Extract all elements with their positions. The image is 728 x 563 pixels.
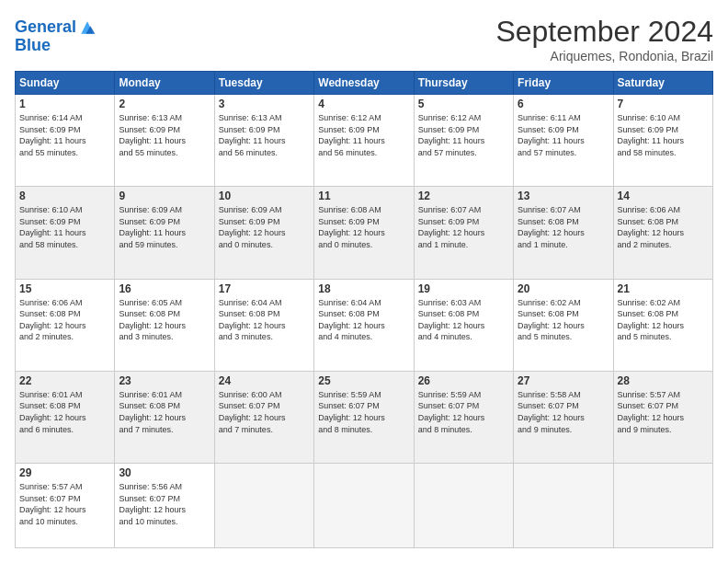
calendar-body: 1Sunrise: 6:14 AM Sunset: 6:09 PM Daylig… (16, 95, 713, 548)
calendar-cell (414, 464, 513, 548)
calendar-cell: 6Sunrise: 6:11 AM Sunset: 6:09 PM Daylig… (514, 95, 613, 187)
calendar-week-5: 29Sunrise: 5:57 AM Sunset: 6:07 PM Dayli… (16, 464, 713, 548)
calendar-cell: 25Sunrise: 5:59 AM Sunset: 6:07 PM Dayli… (314, 371, 414, 463)
title-section: September 2024 Ariquemes, Rondonia, Braz… (495, 15, 713, 63)
day-number: 9 (119, 190, 210, 202)
calendar-cell: 16Sunrise: 6:05 AM Sunset: 6:08 PM Dayli… (115, 279, 214, 371)
day-info: Sunrise: 5:56 AM Sunset: 6:07 PM Dayligh… (119, 481, 210, 527)
day-number: 13 (518, 190, 609, 202)
day-info: Sunrise: 6:04 AM Sunset: 6:08 PM Dayligh… (219, 297, 310, 343)
day-info: Sunrise: 6:08 AM Sunset: 6:09 PM Dayligh… (318, 204, 409, 250)
calendar-cell: 17Sunrise: 6:04 AM Sunset: 6:08 PM Dayli… (214, 279, 313, 371)
header: General Blue September 2024 Ariquemes, R… (15, 15, 713, 63)
calendar-cell: 1Sunrise: 6:14 AM Sunset: 6:09 PM Daylig… (16, 95, 115, 187)
day-number: 18 (318, 282, 409, 295)
calendar-cell: 15Sunrise: 6:06 AM Sunset: 6:08 PM Dayli… (16, 279, 115, 371)
logo: General Blue (15, 18, 97, 55)
day-info: Sunrise: 6:01 AM Sunset: 6:08 PM Dayligh… (19, 389, 110, 435)
calendar-week-4: 22Sunrise: 6:01 AM Sunset: 6:08 PM Dayli… (16, 371, 713, 463)
calendar-cell: 29Sunrise: 5:57 AM Sunset: 6:07 PM Dayli… (16, 464, 115, 548)
logo-text: General (15, 18, 76, 37)
day-info: Sunrise: 5:59 AM Sunset: 6:07 PM Dayligh… (318, 389, 409, 435)
calendar-cell: 4Sunrise: 6:12 AM Sunset: 6:09 PM Daylig… (314, 95, 414, 187)
header-row: Sunday Monday Tuesday Wednesday Thursday… (16, 72, 713, 95)
page: General Blue September 2024 Ariquemes, R… (0, 0, 728, 563)
col-monday: Monday (115, 72, 214, 95)
day-number: 12 (418, 190, 509, 202)
day-info: Sunrise: 6:01 AM Sunset: 6:08 PM Dayligh… (119, 389, 210, 435)
day-info: Sunrise: 6:03 AM Sunset: 6:08 PM Dayligh… (418, 297, 509, 343)
day-info: Sunrise: 6:13 AM Sunset: 6:09 PM Dayligh… (219, 112, 310, 158)
day-info: Sunrise: 6:05 AM Sunset: 6:08 PM Dayligh… (119, 297, 210, 343)
day-number: 30 (119, 466, 210, 479)
day-number: 7 (618, 98, 709, 110)
day-info: Sunrise: 6:14 AM Sunset: 6:09 PM Dayligh… (19, 112, 110, 158)
calendar-cell: 26Sunrise: 5:59 AM Sunset: 6:07 PM Dayli… (414, 371, 513, 463)
day-info: Sunrise: 5:57 AM Sunset: 6:07 PM Dayligh… (19, 481, 110, 527)
day-number: 11 (318, 190, 409, 202)
day-number: 15 (19, 282, 110, 295)
day-number: 24 (219, 374, 310, 387)
day-info: Sunrise: 6:11 AM Sunset: 6:09 PM Dayligh… (518, 112, 609, 158)
day-number: 22 (19, 374, 110, 387)
calendar-cell: 2Sunrise: 6:13 AM Sunset: 6:09 PM Daylig… (115, 95, 214, 187)
day-number: 10 (219, 190, 310, 202)
calendar-cell: 27Sunrise: 5:58 AM Sunset: 6:07 PM Dayli… (514, 371, 613, 463)
day-number: 21 (618, 282, 709, 295)
day-number: 25 (318, 374, 409, 387)
day-info: Sunrise: 6:07 AM Sunset: 6:09 PM Dayligh… (418, 204, 509, 250)
calendar-cell: 11Sunrise: 6:08 AM Sunset: 6:09 PM Dayli… (314, 187, 414, 279)
day-info: Sunrise: 6:02 AM Sunset: 6:08 PM Dayligh… (518, 297, 609, 343)
day-number: 29 (19, 466, 110, 479)
day-number: 2 (119, 98, 210, 110)
day-info: Sunrise: 6:09 AM Sunset: 6:09 PM Dayligh… (119, 204, 210, 250)
calendar-week-2: 8Sunrise: 6:10 AM Sunset: 6:09 PM Daylig… (16, 187, 713, 279)
logo-text-blue: Blue (15, 37, 97, 55)
calendar-cell: 20Sunrise: 6:02 AM Sunset: 6:08 PM Dayli… (514, 279, 613, 371)
day-info: Sunrise: 6:10 AM Sunset: 6:09 PM Dayligh… (19, 204, 110, 250)
col-friday: Friday (514, 72, 613, 95)
calendar-cell: 24Sunrise: 6:00 AM Sunset: 6:07 PM Dayli… (214, 371, 313, 463)
calendar-cell: 21Sunrise: 6:02 AM Sunset: 6:08 PM Dayli… (613, 279, 712, 371)
day-info: Sunrise: 6:09 AM Sunset: 6:09 PM Dayligh… (219, 204, 310, 250)
day-number: 17 (219, 282, 310, 295)
day-number: 26 (418, 374, 509, 387)
day-info: Sunrise: 6:06 AM Sunset: 6:08 PM Dayligh… (618, 204, 709, 250)
calendar-week-3: 15Sunrise: 6:06 AM Sunset: 6:08 PM Dayli… (16, 279, 713, 371)
calendar-cell: 7Sunrise: 6:10 AM Sunset: 6:09 PM Daylig… (613, 95, 712, 187)
col-tuesday: Tuesday (214, 72, 313, 95)
calendar-cell: 9Sunrise: 6:09 AM Sunset: 6:09 PM Daylig… (115, 187, 214, 279)
day-number: 28 (618, 374, 709, 387)
calendar-cell: 3Sunrise: 6:13 AM Sunset: 6:09 PM Daylig… (214, 95, 313, 187)
calendar-week-1: 1Sunrise: 6:14 AM Sunset: 6:09 PM Daylig… (16, 95, 713, 187)
day-info: Sunrise: 6:10 AM Sunset: 6:09 PM Dayligh… (618, 112, 709, 158)
calendar-cell (514, 464, 613, 548)
day-info: Sunrise: 6:02 AM Sunset: 6:08 PM Dayligh… (618, 297, 709, 343)
calendar-cell: 22Sunrise: 6:01 AM Sunset: 6:08 PM Dayli… (16, 371, 115, 463)
day-info: Sunrise: 6:12 AM Sunset: 6:09 PM Dayligh… (318, 112, 409, 158)
day-info: Sunrise: 6:13 AM Sunset: 6:09 PM Dayligh… (119, 112, 210, 158)
calendar-cell: 8Sunrise: 6:10 AM Sunset: 6:09 PM Daylig… (16, 187, 115, 279)
day-info: Sunrise: 5:57 AM Sunset: 6:07 PM Dayligh… (618, 389, 709, 435)
calendar-table: Sunday Monday Tuesday Wednesday Thursday… (15, 71, 713, 548)
calendar-cell: 14Sunrise: 6:06 AM Sunset: 6:08 PM Dayli… (613, 187, 712, 279)
day-info: Sunrise: 5:58 AM Sunset: 6:07 PM Dayligh… (518, 389, 609, 435)
day-number: 19 (418, 282, 509, 295)
calendar-cell: 12Sunrise: 6:07 AM Sunset: 6:09 PM Dayli… (414, 187, 513, 279)
day-number: 27 (518, 374, 609, 387)
calendar-cell (214, 464, 313, 548)
day-number: 14 (618, 190, 709, 202)
calendar-cell: 18Sunrise: 6:04 AM Sunset: 6:08 PM Dayli… (314, 279, 414, 371)
day-number: 20 (518, 282, 609, 295)
day-number: 3 (219, 98, 310, 110)
day-info: Sunrise: 6:00 AM Sunset: 6:07 PM Dayligh… (219, 389, 310, 435)
day-number: 6 (518, 98, 609, 110)
day-info: Sunrise: 6:06 AM Sunset: 6:08 PM Dayligh… (19, 297, 110, 343)
calendar-cell: 5Sunrise: 6:12 AM Sunset: 6:09 PM Daylig… (414, 95, 513, 187)
calendar-cell: 10Sunrise: 6:09 AM Sunset: 6:09 PM Dayli… (214, 187, 313, 279)
location: Ariquemes, Rondonia, Brazil (495, 49, 713, 63)
calendar-cell: 13Sunrise: 6:07 AM Sunset: 6:08 PM Dayli… (514, 187, 613, 279)
day-number: 5 (418, 98, 509, 110)
calendar-cell (314, 464, 414, 548)
calendar-cell: 30Sunrise: 5:56 AM Sunset: 6:07 PM Dayli… (115, 464, 214, 548)
